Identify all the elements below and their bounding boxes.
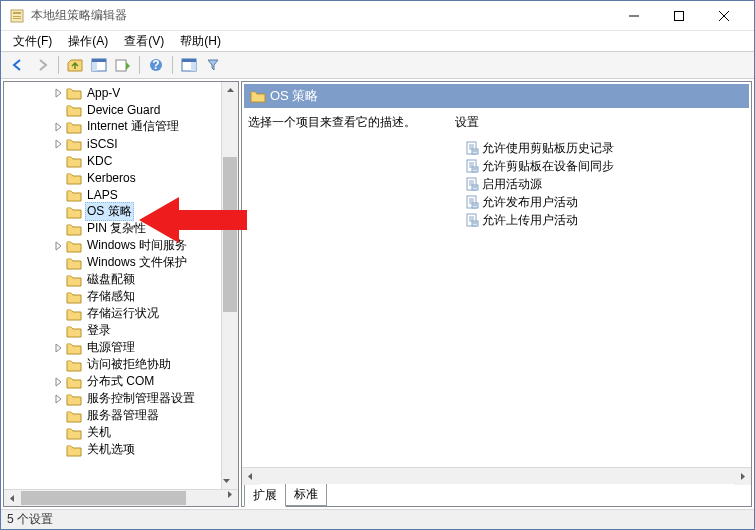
- scroll-thumb[interactable]: [21, 491, 186, 505]
- tree-item[interactable]: 访问被拒绝协助: [4, 356, 221, 373]
- tree-item[interactable]: 存储感知: [4, 288, 221, 305]
- tree-item[interactable]: Device Guard: [4, 101, 221, 118]
- show-hide-action-button[interactable]: [178, 54, 200, 76]
- menu-action[interactable]: 操作(A): [60, 31, 116, 52]
- setting-label: 允许发布用户活动: [482, 194, 578, 211]
- scroll-right-arrow[interactable]: [734, 468, 751, 485]
- tree-item[interactable]: 关机: [4, 424, 221, 441]
- tree-pane: App-VDevice GuardInternet 通信管理iSCSIKDCKe…: [3, 81, 239, 507]
- folder-icon: [66, 256, 82, 270]
- setting-item[interactable]: 启用活动源: [451, 175, 747, 193]
- tree-item[interactable]: iSCSI: [4, 135, 221, 152]
- expander-icon[interactable]: [52, 341, 66, 355]
- expander-icon[interactable]: [52, 137, 66, 151]
- toolbar-separator: [58, 56, 59, 74]
- tree-item[interactable]: 电源管理: [4, 339, 221, 356]
- menu-help[interactable]: 帮助(H): [172, 31, 229, 52]
- tree-item-label: iSCSI: [85, 137, 120, 151]
- tree-item[interactable]: Internet 通信管理: [4, 118, 221, 135]
- tree-item[interactable]: App-V: [4, 84, 221, 101]
- folder-icon: [66, 103, 82, 117]
- tree-item[interactable]: 磁盘配额: [4, 271, 221, 288]
- tab-extended[interactable]: 扩展: [244, 485, 286, 507]
- tree-item-label: 登录: [85, 322, 113, 339]
- menu-view[interactable]: 查看(V): [116, 31, 172, 52]
- maximize-button[interactable]: [656, 1, 701, 30]
- up-button[interactable]: [64, 54, 86, 76]
- folder-icon: [66, 137, 82, 151]
- toolbar-separator: [139, 56, 140, 74]
- tab-standard[interactable]: 标准: [285, 484, 327, 506]
- scroll-down-arrow[interactable]: [222, 472, 231, 489]
- tree[interactable]: App-VDevice GuardInternet 通信管理iSCSIKDCKe…: [4, 82, 221, 458]
- tree-item[interactable]: LAPS: [4, 186, 221, 203]
- window-controls: [611, 1, 746, 30]
- minimize-button[interactable]: [611, 1, 656, 30]
- folder-icon: [66, 324, 82, 338]
- tree-item[interactable]: 分布式 COM: [4, 373, 221, 390]
- tree-item[interactable]: OS 策略: [4, 203, 221, 220]
- content-area: App-VDevice GuardInternet 通信管理iSCSIKDCKe…: [1, 79, 754, 509]
- svg-text:?: ?: [152, 58, 159, 72]
- tree-vertical-scrollbar[interactable]: [221, 82, 238, 489]
- tree-item[interactable]: 存储运行状况: [4, 305, 221, 322]
- expander-icon[interactable]: [52, 392, 66, 406]
- folder-icon: [66, 154, 82, 168]
- setting-label: 允许使用剪贴板历史记录: [482, 140, 614, 157]
- help-button[interactable]: ?: [145, 54, 167, 76]
- app-icon: [9, 8, 25, 24]
- expander-icon[interactable]: [52, 375, 66, 389]
- tree-item-label: Windows 文件保护: [85, 254, 189, 271]
- expander-icon[interactable]: [52, 86, 66, 100]
- tree-item[interactable]: 服务器管理器: [4, 407, 221, 424]
- policy-icon: [465, 159, 479, 173]
- settings-list[interactable]: 允许使用剪贴板历史记录允许剪贴板在设备间同步启用活动源允许发布用户活动允许上传用…: [451, 133, 747, 229]
- tree-item[interactable]: Windows 文件保护: [4, 254, 221, 271]
- tree-item[interactable]: PIN 复杂性: [4, 220, 221, 237]
- tree-item-label: LAPS: [85, 188, 120, 202]
- tree-item-label: 电源管理: [85, 339, 137, 356]
- tree-item[interactable]: Windows 时间服务: [4, 237, 221, 254]
- settings-column-header[interactable]: 设置: [451, 112, 747, 133]
- setting-label: 允许剪贴板在设备间同步: [482, 158, 614, 175]
- detail-horizontal-scrollbar[interactable]: [242, 467, 751, 484]
- setting-item[interactable]: 允许上传用户活动: [451, 211, 747, 229]
- show-hide-tree-button[interactable]: [88, 54, 110, 76]
- forward-button[interactable]: [31, 54, 53, 76]
- tree-item[interactable]: Kerberos: [4, 169, 221, 186]
- folder-icon: [66, 205, 82, 219]
- setting-label: 允许上传用户活动: [482, 212, 578, 229]
- menubar: 文件(F) 操作(A) 查看(V) 帮助(H): [1, 31, 754, 51]
- tree-item[interactable]: 登录: [4, 322, 221, 339]
- setting-item[interactable]: 允许剪贴板在设备间同步: [451, 157, 747, 175]
- close-button[interactable]: [701, 1, 746, 30]
- menu-file[interactable]: 文件(F): [5, 31, 60, 52]
- expander-icon[interactable]: [52, 239, 66, 253]
- filter-button[interactable]: [202, 54, 224, 76]
- tree-item-label: 关机选项: [85, 441, 137, 458]
- policy-icon: [465, 195, 479, 209]
- toolbar-separator: [172, 56, 173, 74]
- setting-item[interactable]: 允许使用剪贴板历史记录: [451, 139, 747, 157]
- scroll-up-arrow[interactable]: [222, 82, 238, 99]
- tree-item[interactable]: KDC: [4, 152, 221, 169]
- setting-item[interactable]: 允许发布用户活动: [451, 193, 747, 211]
- export-button[interactable]: [112, 54, 134, 76]
- tree-item[interactable]: 服务控制管理器设置: [4, 390, 221, 407]
- tree-item-label: 关机: [85, 424, 113, 441]
- scroll-left-arrow[interactable]: [4, 490, 21, 506]
- tree-horizontal-scrollbar[interactable]: [4, 489, 238, 506]
- tree-item-label: Kerberos: [85, 171, 138, 185]
- scroll-left-arrow[interactable]: [242, 468, 259, 485]
- folder-icon: [66, 375, 82, 389]
- scroll-thumb[interactable]: [223, 157, 237, 312]
- expander-icon[interactable]: [52, 120, 66, 134]
- folder-icon: [66, 171, 82, 185]
- scroll-right-arrow[interactable]: [221, 490, 238, 499]
- svg-rect-5: [674, 11, 683, 20]
- folder-icon: [66, 426, 82, 440]
- folder-icon: [66, 392, 82, 406]
- folder-icon: [66, 86, 82, 100]
- back-button[interactable]: [7, 54, 29, 76]
- tree-item[interactable]: 关机选项: [4, 441, 221, 458]
